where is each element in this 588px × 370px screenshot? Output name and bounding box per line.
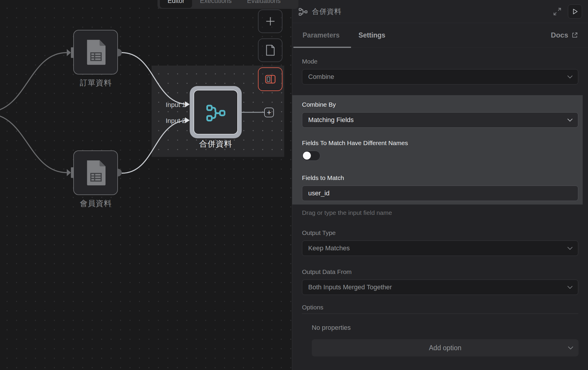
output-type-label: Output Type: [302, 229, 578, 236]
output-type-value: Keep Matches: [308, 244, 350, 252]
options-label: Options: [302, 304, 578, 314]
play-icon: [571, 8, 579, 15]
add-connected-node-button[interactable]: +: [264, 108, 274, 117]
merge-icon: [206, 103, 225, 122]
different-names-toggle[interactable]: [302, 151, 320, 161]
workflow-canvas[interactable]: 訂單資料 會員資料: [0, 0, 292, 370]
node-orders[interactable]: [73, 30, 118, 74]
tab-evaluations[interactable]: Evaluations: [239, 0, 288, 8]
chevron-down-icon: [567, 247, 573, 250]
merge-input2-label: Input 2: [144, 117, 186, 125]
spreadsheet-file-icon: [85, 39, 107, 66]
node-merge-label: 合併資料: [171, 139, 260, 149]
combine-by-value: Matching Fields: [308, 116, 354, 124]
expand-icon: [553, 7, 562, 16]
node-members-label: 會員資料: [51, 198, 140, 209]
combine-by-label: Combine By: [302, 101, 578, 108]
chevron-down-icon: [567, 286, 573, 289]
sticky-note-icon: [265, 44, 276, 56]
output-type-select[interactable]: Keep Matches: [302, 241, 578, 256]
chevron-down-icon: [567, 75, 573, 79]
panel-tabs: Parameters Settings Docs: [292, 23, 588, 48]
plus-icon: [265, 16, 276, 27]
combine-by-select[interactable]: Matching Fields: [302, 112, 578, 128]
output-data-from-value: Both Inputs Merged Together: [308, 283, 392, 291]
editor-mode-tabs: Editor Executions Evaluations: [157, 0, 298, 9]
tab-executions[interactable]: Executions: [192, 0, 239, 8]
mode-select[interactable]: Combine: [302, 69, 578, 85]
workflow-editor: 訂單資料 會員資料: [0, 0, 588, 370]
tab-editor[interactable]: Editor: [160, 0, 192, 8]
options-empty-text: No properties: [312, 324, 578, 332]
chevron-down-icon: [568, 346, 573, 350]
merge-input1-label: Input 1: [144, 101, 186, 109]
add-option-button[interactable]: Add option: [312, 339, 579, 356]
mode-value: Combine: [308, 73, 334, 81]
tab-parameters[interactable]: Parameters: [303, 31, 340, 39]
split-view-icon: [265, 75, 276, 84]
node-merge[interactable]: [190, 86, 242, 138]
node-merge-body: [194, 90, 238, 134]
panel-title: 合併資料: [312, 7, 342, 16]
external-link-icon: [571, 32, 578, 39]
mode-label: Mode: [302, 58, 578, 65]
output-data-from-label: Output Data From: [302, 268, 578, 275]
combine-by-section: Combine By Matching Fields Fields To Mat…: [292, 95, 583, 205]
merge-icon: [298, 7, 308, 16]
add-node-button[interactable]: [258, 9, 282, 33]
docs-link[interactable]: Docs: [551, 31, 578, 39]
spreadsheet-file-icon: [85, 159, 107, 186]
panel-header: 合併資料: [292, 0, 588, 23]
tab-settings[interactable]: Settings: [358, 31, 385, 39]
fields-to-match-label: Fields to Match: [302, 174, 578, 181]
node-members[interactable]: [73, 150, 118, 195]
toggle-knob: [303, 152, 311, 160]
output-data-from-select[interactable]: Both Inputs Merged Together: [302, 280, 578, 295]
connection-edges: [0, 0, 292, 370]
node-detail-panel: 合併資料 Parameters Settings: [292, 0, 588, 370]
add-option-label: Add option: [429, 344, 462, 352]
fields-to-match-helper: Drag or type the input field name: [302, 209, 578, 216]
split-view-button[interactable]: [258, 67, 282, 91]
chevron-down-icon: [567, 119, 573, 122]
docs-label: Docs: [551, 31, 568, 39]
node-orders-label: 訂單資料: [51, 78, 140, 88]
parameters-form: Mode Combine Combine By Matching Fields …: [292, 58, 588, 356]
add-sticky-button[interactable]: [258, 38, 282, 62]
expand-button[interactable]: [552, 6, 563, 17]
active-tab-indicator: [293, 47, 351, 48]
fields-to-match-input[interactable]: [302, 186, 578, 201]
different-names-label: Fields To Match Have Different Names: [302, 139, 578, 147]
run-node-button[interactable]: [568, 4, 582, 19]
